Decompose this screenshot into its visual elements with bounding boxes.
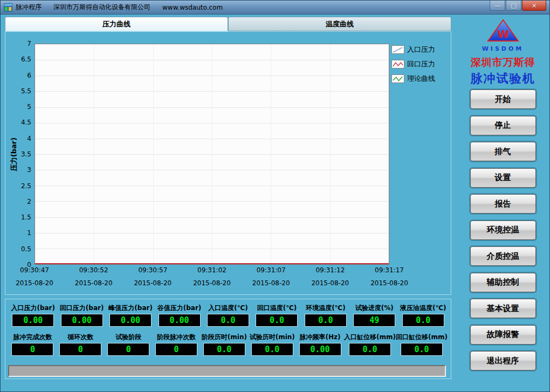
status-label: 回口缸位移(mm) (396, 333, 448, 341)
y-axis: 76.565.554.543.532.521.510.50 (5, 44, 32, 265)
y-axis-tick-label: 2 (27, 198, 31, 205)
status-value-display: 0.0 (401, 343, 443, 356)
x-axis-tick-label: 09:31:122015-08-20 (311, 265, 349, 287)
status-cell: 试验阶段0 (105, 333, 153, 356)
status-cell: 脉冲频率(Hz)0.00 (296, 333, 344, 356)
legend-item: 入口压力 (391, 45, 451, 54)
status-value-display: 0.00 (109, 314, 152, 327)
x-axis-tick-label: 09:30:522015-08-20 (75, 265, 113, 287)
status-label: 阶段脉冲次数 (157, 333, 196, 341)
titlebar[interactable]: 脉冲程序 深圳市万斯得自动化设备有限公司 www.wsdauto.com — □… (1, 1, 549, 15)
legend-label: 回口压力 (407, 59, 435, 69)
x-axis-tick-label: 09:30:572015-08-20 (134, 265, 171, 287)
status-label: 入口缸位移(mm) (344, 333, 396, 341)
status-value-display: 0.00 (299, 343, 341, 356)
y-axis-tick-label: 7 (27, 40, 31, 47)
x-tick-time: 09:31:02 (193, 266, 231, 274)
tab-temperature-curve[interactable]: 温度曲线 (228, 17, 451, 31)
y-axis-tick-label: 3.5 (21, 150, 31, 158)
gridline-vertical (94, 44, 94, 264)
status-label: 脉冲完成次数 (13, 333, 52, 341)
button-basic-settings[interactable]: 基本设置 (470, 299, 536, 318)
button-stop[interactable]: 停止 (470, 116, 536, 135)
status-value-display: 0.0 (207, 314, 249, 327)
x-tick-time: 09:30:47 (16, 266, 53, 274)
y-axis-tick-label: 4 (27, 135, 31, 142)
status-value-display: 0.0 (305, 314, 347, 327)
status-cell: 入口温度(℃)0.0 (204, 304, 252, 327)
x-axis-tick-label: 09:30:472015-08-20 (16, 265, 53, 287)
svg-text:W: W (497, 27, 508, 40)
status-label: 试验阶段 (115, 333, 141, 341)
tab-pressure-curve[interactable]: 压力曲线 (5, 17, 228, 31)
status-label: 阶段历时(min) (202, 333, 247, 341)
status-cell: 回口缸位移(mm)0.0 (396, 333, 448, 356)
app-window: 脉冲程序 深圳市万斯得自动化设备有限公司 www.wsdauto.com — □… (0, 0, 550, 392)
status-label: 试验历时(min) (250, 333, 295, 341)
pressure-curve-page: 压力(bar) 76.565.554.543.532.521.510.50 09… (5, 31, 451, 295)
status-value-display: 0 (11, 343, 53, 356)
y-axis-tick-label: 6.5 (21, 56, 31, 63)
window-title: 脉冲程序 (16, 3, 42, 12)
legend-item: 理论曲线 (391, 74, 451, 84)
status-value-display: 0.0 (256, 314, 298, 327)
legend-label: 理论曲线 (407, 74, 435, 84)
button-fault-alarm[interactable]: 故障报警 (470, 325, 536, 345)
status-label: 循环次数 (67, 333, 93, 341)
button-report[interactable]: 报告 (470, 194, 536, 214)
button-aux-control[interactable]: 辅助控制 (470, 273, 536, 292)
x-tick-time: 09:30:57 (134, 266, 171, 274)
button-start[interactable]: 开始 (470, 90, 536, 109)
status-value-display: 0.00 (159, 314, 201, 327)
status-label: 入口压力(bar) (11, 304, 55, 312)
status-cell: 试验进度(%)49 (350, 304, 398, 327)
status-label: 峰值压力(bar) (108, 304, 153, 312)
button-env-temp-control[interactable]: 环境控温 (470, 221, 536, 240)
status-cell: 脉冲完成次数0 (9, 333, 57, 356)
status-cell: 阶段历时(min)0.0 (200, 333, 248, 356)
status-cell: 峰值压力(bar)0.00 (106, 304, 155, 327)
status-label: 试验进度(%) (355, 304, 394, 312)
status-value-display: 0 (59, 343, 101, 356)
gridline-vertical (271, 44, 271, 264)
status-cell: 循环次数0 (57, 333, 105, 356)
status-label: 环境温度(℃) (306, 304, 346, 312)
status-cell: 环境温度(℃)0.0 (301, 304, 350, 327)
status-label: 回口压力(bar) (60, 304, 104, 312)
status-cell: 入口压力(bar)0.00 (9, 304, 57, 327)
close-button[interactable]: × (522, 1, 546, 11)
button-settings[interactable]: 设置 (470, 168, 536, 188)
window-controls: — □ × (489, 1, 546, 11)
status-panel: 入口压力(bar)0.00回口压力(bar)0.00峰值压力(bar)0.00谷… (5, 299, 451, 379)
x-tick-time: 09:30:52 (75, 266, 113, 274)
x-tick-date: 2015-08-20 (193, 279, 231, 287)
button-medium-temp-control[interactable]: 介质控温 (470, 246, 536, 266)
status-cell: 回口压力(bar)0.00 (57, 304, 106, 327)
x-tick-date: 2015-08-20 (75, 279, 113, 287)
client-area: 压力曲线 温度曲线 压力(bar) 76.565.554.543.532.521… (1, 15, 549, 391)
status-value-display: 0 (155, 343, 197, 356)
sidebar: W WISDOM 深圳市万斯得 脉冲试验机 开始停止排气设置报告环境控温介质控温… (455, 15, 550, 392)
status-cell: 入口缸位移(mm)0.0 (344, 333, 396, 356)
x-axis-tick-label: 09:31:022015-08-20 (193, 265, 231, 287)
button-exhaust[interactable]: 排气 (470, 142, 536, 161)
maximize-button[interactable]: □ (506, 1, 521, 11)
chart-legend: 入口压力回口压力理论曲线 (391, 45, 451, 88)
button-exit[interactable]: 退出程序 (470, 351, 536, 370)
y-axis-tick-label: 3 (27, 166, 31, 174)
x-tick-time: 09:31:17 (370, 266, 408, 274)
status-cell: 试验历时(min)0.0 (248, 333, 296, 356)
minimize-button[interactable]: — (490, 1, 505, 11)
status-label: 回口温度(℃) (257, 304, 297, 312)
legend-label: 入口压力 (407, 45, 435, 54)
progress-bar (8, 365, 446, 377)
status-label: 谷值压力(bar) (157, 304, 202, 312)
curve-tabbar: 压力曲线 温度曲线 (5, 17, 451, 31)
x-axis-tick-label: 09:31:172015-08-20 (370, 265, 408, 287)
gridline-vertical (330, 44, 331, 264)
x-axis-tick-label: 09:31:072015-08-20 (252, 265, 290, 287)
x-tick-date: 2015-08-20 (370, 279, 408, 287)
y-axis-tick-label: 1.5 (21, 214, 31, 221)
app-icon (4, 3, 12, 12)
sidebar-buttons: 开始停止排气设置报告环境控温介质控温辅助控制基本设置故障报警退出程序 (455, 90, 550, 370)
